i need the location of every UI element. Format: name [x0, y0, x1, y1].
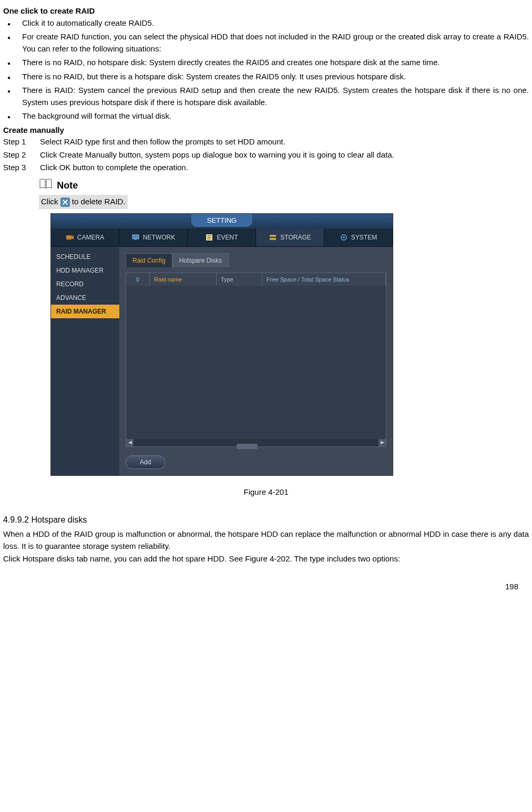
step-label: Step 2 — [3, 149, 40, 161]
table-header: 0 Raid name Type Free Space / Total Spac… — [126, 273, 386, 286]
add-button[interactable]: Add — [126, 455, 165, 469]
sidebar-item-advance[interactable]: ADVANCE — [51, 291, 119, 305]
figure-caption: Figure 4-201 — [3, 486, 529, 498]
nav-label: NETWORK — [143, 233, 175, 242]
svg-rect-5 — [270, 238, 276, 240]
nav-item-camera[interactable]: CAMERA — [51, 228, 119, 246]
bullet-item: For create RAID function, you can select… — [3, 31, 529, 55]
nav-item-event[interactable]: EVENT — [188, 228, 256, 246]
bullet-item: Click it to automatically create RAID5. — [3, 17, 529, 29]
step-row: Step 3 Click OK button to complete the o… — [3, 162, 529, 174]
heading-one-click: One click to create RAID — [3, 5, 529, 17]
camera-icon — [66, 233, 74, 242]
step-row: Step 1 Select RAID type first and then f… — [3, 136, 529, 148]
bullet-item: There is RAID: System cancel the previou… — [3, 85, 529, 108]
window-titlebar: SETTING — [51, 214, 393, 228]
sidebar: SCHEDULE HDD MANAGER RECORD ADVANCE RAID… — [51, 247, 119, 475]
step-text: Select RAID type first and then follow t… — [40, 136, 529, 148]
note-text: Click to delete RAID. — [39, 195, 128, 209]
top-navbar: CAMERA NETWORK EVENT STORAGE SYSTEM — [51, 228, 393, 247]
scroll-thumb[interactable] — [237, 444, 258, 449]
storage-icon — [269, 233, 277, 242]
table-header-name: Raid name — [150, 273, 217, 286]
table-header-type: Type — [217, 273, 262, 286]
note-label: Note — [57, 180, 78, 190]
svg-rect-1 — [132, 235, 139, 239]
heading-hotspare-disks: 4.9.9.2 Hotspare disks — [3, 514, 529, 526]
scroll-left-button[interactable]: ◀ — [126, 439, 134, 446]
settings-window: SETTING CAMERA NETWORK EVENT STORAGE SYS… — [50, 213, 393, 476]
paragraph: Click Hotspare disks tab name, you can a… — [3, 553, 529, 565]
event-icon — [205, 233, 213, 242]
bullet-item: There is no RAID, no hotspare disk: Syst… — [3, 57, 529, 69]
svg-point-7 — [343, 236, 345, 238]
close-icon — [60, 197, 70, 207]
scroll-right-button[interactable]: ▶ — [378, 439, 386, 446]
tab-raid-config[interactable]: Raid Config — [126, 253, 172, 267]
svg-rect-4 — [270, 235, 276, 237]
system-icon — [340, 233, 348, 242]
sidebar-item-schedule[interactable]: SCHEDULE — [51, 250, 119, 264]
table-header-count: 0 — [126, 273, 150, 286]
nav-label: CAMERA — [77, 233, 104, 242]
note-suffix: to delete RAID. — [72, 197, 126, 206]
bullet-item: The background will format the virtual d… — [3, 110, 529, 122]
step-row: Step 2 Click Create Manually button, sys… — [3, 149, 529, 161]
content-panel: Raid Config Hotspare Disks 0 Raid name T… — [119, 247, 393, 475]
step-label: Step 1 — [3, 136, 40, 148]
nav-label: SYSTEM — [351, 233, 377, 242]
svg-rect-0 — [66, 235, 71, 240]
window-title: SETTING — [191, 214, 252, 227]
table-header-space: Free Space / Total Space Status — [262, 273, 386, 286]
nav-item-system[interactable]: SYSTEM — [324, 228, 393, 246]
sidebar-item-raid-manager[interactable]: RAID MANAGER — [51, 305, 119, 318]
heading-create-manually: Create manually — [3, 124, 529, 137]
raid-table: 0 Raid name Type Free Space / Total Spac… — [126, 273, 386, 447]
tab-hotspare-disks[interactable]: Hotspare Disks — [172, 253, 229, 267]
sidebar-item-hdd-manager[interactable]: HDD MANAGER — [51, 264, 119, 277]
note-block: Note Click to delete RAID. — [39, 178, 529, 209]
step-label: Step 3 — [3, 162, 40, 174]
sidebar-item-record[interactable]: RECORD — [51, 277, 119, 291]
step-text: Click Create Manually button, system pop… — [40, 149, 529, 161]
bullet-item: There is no RAID, but there is a hotspar… — [3, 71, 529, 83]
book-icon — [39, 178, 53, 193]
network-icon — [131, 233, 140, 242]
step-list: Step 1 Select RAID type first and then f… — [3, 136, 529, 174]
content-tabs: Raid Config Hotspare Disks — [126, 253, 386, 267]
svg-rect-2 — [135, 239, 137, 240]
page-number: 198 — [3, 581, 529, 593]
note-prefix: Click — [41, 197, 60, 206]
horizontal-scrollbar[interactable]: ◀ ▶ — [126, 439, 386, 446]
nav-item-storage[interactable]: STORAGE — [256, 228, 324, 246]
nav-label: EVENT — [217, 233, 238, 242]
step-text: Click OK button to complete the operatio… — [40, 162, 529, 174]
nav-item-network[interactable]: NETWORK — [119, 228, 188, 246]
paragraph: When a HDD of the RAID group is malfunct… — [3, 528, 529, 552]
nav-label: STORAGE — [280, 233, 311, 242]
bullet-list: Click it to automatically create RAID5. … — [3, 17, 529, 122]
